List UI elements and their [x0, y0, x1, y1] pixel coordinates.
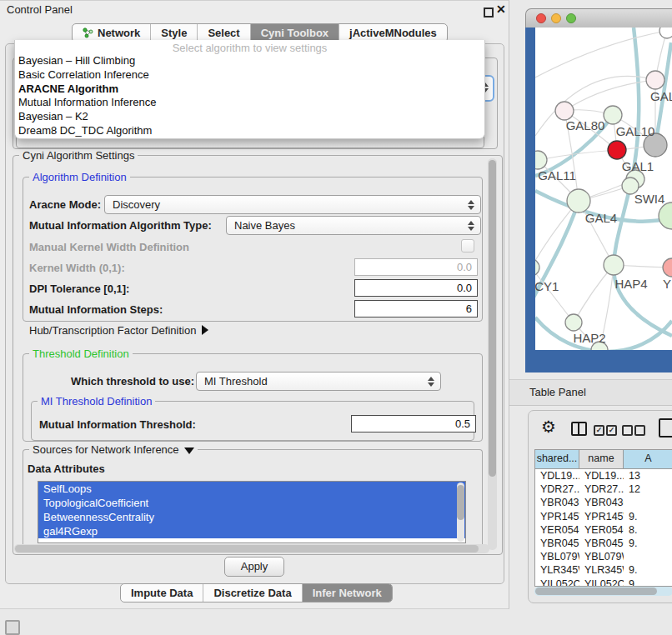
which-threshold-label: Which threshold to use:	[71, 375, 194, 388]
dropdown-prompt: Select algorithm to view settings	[15, 42, 484, 54]
aracne-mode-label: Aracne Mode:	[29, 198, 101, 211]
zoom-window-icon[interactable]	[566, 13, 576, 23]
threshold-definition-title: Threshold Definition	[29, 348, 133, 360]
mi-threshold-label: Mutual Information Threshold:	[39, 418, 196, 431]
node-gal10[interactable]	[604, 106, 622, 124]
mi-threshold-group-title: MI Threshold Definition	[38, 395, 155, 408]
tab-select[interactable]: Select	[197, 24, 249, 42]
table-row[interactable]: YPR145WYPR145W9.	[535, 510, 672, 523]
dropdown-item[interactable]: Bayesian – K2	[15, 110, 484, 124]
settings-hscrollbar-thumb[interactable]	[15, 545, 479, 552]
node-labels: GAL GAL80 GAL10 GAL1 GAL11 SWI4 GAL4 GCY…	[535, 89, 672, 345]
list-item[interactable]: BetweennessCentrality	[38, 510, 465, 524]
dropdown-item-selected[interactable]: ARACNE Algorithm	[15, 82, 484, 97]
table-row[interactable]: YDR27...YDR27...12	[535, 482, 672, 496]
close-window-icon[interactable]	[536, 13, 546, 23]
column-header-name[interactable]: name	[579, 450, 624, 468]
data-attributes-list: SelfLoops TopologicalCoefficient Between…	[38, 481, 466, 543]
table-row[interactable]: YIL052CYIL052C9.	[535, 578, 672, 588]
table-hscrollbar[interactable]	[534, 587, 672, 596]
aracne-mode-select[interactable]: Discovery	[104, 195, 481, 214]
mi-steps-field[interactable]: 6	[354, 300, 478, 318]
table-row[interactable]: YBR043CYBR043C	[535, 496, 672, 509]
node-label: GAL4	[585, 211, 617, 225]
dropdown-item[interactable]: Basic Correlation Inference	[15, 68, 484, 82]
settings-group-title: Cyni Algorithm Settings	[19, 149, 138, 162]
dropdown-item[interactable]: Dream8 DC_TDC Algorithm	[15, 124, 484, 138]
tab-discretize-data[interactable]: Discretize Data	[203, 584, 301, 602]
list-vscrollbar-thumb[interactable]	[457, 485, 464, 520]
list-item[interactable]: SelfLoops	[38, 482, 465, 496]
dropdown-item[interactable]: Mutual Information Inference	[15, 96, 484, 110]
dpi-tolerance-field[interactable]: 0.0	[354, 279, 478, 297]
list-item[interactable]: TopologicalCoefficient	[38, 496, 465, 510]
tab-jactivemnodules[interactable]: jActiveMNodules	[339, 24, 447, 42]
node-label: GCY1	[535, 279, 559, 293]
table-hscrollbar-thumb[interactable]	[535, 588, 657, 595]
table-panel-header: Table Panel	[509, 379, 672, 406]
settings-hscrollbar[interactable]	[14, 544, 489, 553]
tab-style[interactable]: Style	[150, 24, 197, 42]
checked-checkbox-icon[interactable]: ✓	[606, 425, 617, 436]
kernel-width-label: Kernel Width (0,1):	[29, 262, 125, 274]
table-header-row: shared... name A	[535, 450, 672, 469]
list-item[interactable]: gal4RGexp	[38, 524, 465, 538]
unchecked-checkbox-icon[interactable]	[622, 425, 633, 436]
document-icon[interactable]	[659, 418, 672, 438]
node-hap4[interactable]	[604, 255, 624, 275]
mi-type-select[interactable]: Naive Bayes	[226, 216, 481, 235]
network-graph[interactable]: GAL GAL80 GAL10 GAL1 GAL11 SWI4 GAL4 GCY…	[535, 28, 672, 350]
node-label: GAL80	[566, 118, 605, 132]
close-panel-icon[interactable]: ✕	[496, 2, 506, 16]
node-top-cut[interactable]	[659, 28, 672, 38]
checked-checkbox-icon[interactable]: ✓	[594, 425, 604, 436]
hub-definition-expander[interactable]: Hub/Transcription Factor Definition	[29, 324, 208, 337]
minimized-panel-icon[interactable]	[5, 620, 20, 635]
node-gal1-red[interactable]	[608, 141, 626, 159]
node-gal11[interactable]	[535, 151, 547, 169]
network-window-titlebar[interactable]	[525, 8, 672, 29]
node-label: GAL1	[622, 159, 654, 173]
list-vscrollbar[interactable]	[457, 482, 464, 542]
minimize-window-icon[interactable]	[551, 13, 561, 23]
expander-arrow-icon	[202, 325, 208, 335]
tab-network[interactable]: Network	[73, 24, 150, 42]
dpi-tolerance-label: DPI Tolerance [0,1]:	[29, 282, 129, 295]
manual-kernel-checkbox[interactable]	[461, 239, 474, 252]
tab-infer-network[interactable]: Infer Network	[302, 584, 392, 602]
node-gal80[interactable]	[555, 102, 574, 120]
node-salmon[interactable]	[663, 258, 672, 277]
node-label: GAL11	[538, 168, 576, 182]
settings-vscrollbar[interactable]	[488, 158, 497, 550]
settings-vscrollbar-thumb[interactable]	[489, 160, 496, 477]
apply-button[interactable]: Apply	[224, 557, 284, 577]
which-threshold-select[interactable]: MI Threshold	[196, 372, 441, 391]
tab-impute-data[interactable]: Impute Data	[121, 584, 203, 602]
node-green-large[interactable]	[659, 202, 672, 229]
table-row[interactable]: YBL079WYBL079W	[535, 550, 672, 563]
table-row[interactable]: YBR045CYBR045C9.	[535, 537, 672, 550]
column-header-cut[interactable]: A	[624, 450, 672, 468]
node-table: shared... name A YDL19...YDL19...13 YDR2…	[534, 449, 672, 587]
kernel-width-field[interactable]: 0.0	[354, 258, 478, 276]
node-hap2[interactable]	[565, 314, 582, 331]
control-panel-window: Control Panel ✕ Network Style Select Cyn…	[0, 0, 509, 609]
table-row[interactable]: YER054CYER054C8.	[535, 523, 672, 537]
column-header-shared-name[interactable]: shared...	[535, 450, 579, 468]
table-row[interactable]: YDL19...YDL19...13	[535, 469, 672, 482]
node-gcy1[interactable]	[535, 259, 539, 276]
node-gal[interactable]	[646, 71, 664, 89]
table-row[interactable]: YLR345WYLR345W9.	[535, 563, 672, 577]
float-panel-icon[interactable]	[484, 8, 494, 18]
node-gal4[interactable]	[567, 189, 590, 212]
dropdown-item[interactable]: Bayesian – Hill Climbing	[15, 54, 484, 68]
network-canvas[interactable]: GAL GAL80 GAL10 GAL1 GAL11 SWI4 GAL4 GCY…	[535, 28, 672, 350]
sources-group-title[interactable]: Sources for Network Inference	[29, 443, 198, 456]
columns-icon[interactable]	[571, 422, 587, 436]
tab-cyni-toolbox[interactable]: Cyni Toolbox	[250, 24, 339, 42]
mi-type-label: Mutual Information Algorithm Type:	[29, 219, 212, 232]
unchecked-checkbox-icon[interactable]	[634, 425, 645, 436]
gear-icon[interactable]: ⚙	[541, 418, 556, 435]
mi-threshold-field[interactable]: 0.5	[351, 415, 476, 432]
algorithm-definition-title: Algorithm Definition	[29, 171, 130, 183]
